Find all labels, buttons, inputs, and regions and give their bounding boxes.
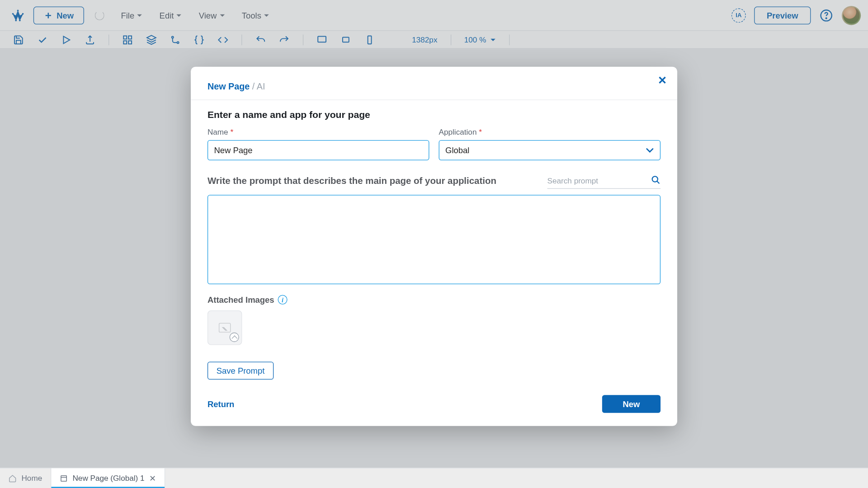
home-icon bbox=[8, 474, 16, 482]
return-link[interactable]: Return bbox=[208, 399, 235, 409]
application-select-value: Global bbox=[445, 145, 469, 155]
tab-active-label: New Page (Global) 1 bbox=[72, 474, 144, 483]
upload-arrow-icon bbox=[230, 333, 239, 342]
tab-bar: Home New Page (Global) 1 ✕ bbox=[0, 468, 868, 488]
new-page-modal: ✕ New Page / AI Enter a name and app for… bbox=[191, 67, 677, 426]
tab-close-icon[interactable]: ✕ bbox=[149, 474, 156, 483]
info-icon[interactable]: i bbox=[278, 295, 288, 305]
tab-home[interactable]: Home bbox=[0, 468, 51, 488]
breadcrumb-main[interactable]: New Page bbox=[208, 81, 250, 91]
page-icon bbox=[59, 474, 67, 482]
search-icon[interactable] bbox=[651, 175, 660, 185]
tab-active-page[interactable]: New Page (Global) 1 ✕ bbox=[51, 468, 165, 488]
search-prompt-input[interactable] bbox=[547, 174, 661, 189]
prompt-textarea[interactable] bbox=[208, 195, 660, 284]
breadcrumb-sub: / AI bbox=[252, 81, 265, 91]
modal-heading: Enter a name and app for your page bbox=[208, 110, 660, 121]
close-icon[interactable]: ✕ bbox=[658, 75, 667, 86]
modal-new-button[interactable]: New bbox=[602, 395, 660, 413]
attach-image-button[interactable] bbox=[208, 310, 242, 345]
modal-breadcrumb: New Page / AI bbox=[208, 81, 660, 91]
attached-images-label: Attached Images i bbox=[208, 295, 660, 305]
chevron-down-icon bbox=[646, 146, 654, 154]
name-label: Name * bbox=[208, 127, 429, 136]
image-placeholder-icon bbox=[219, 323, 231, 333]
svg-point-11 bbox=[652, 176, 658, 182]
application-label: Application * bbox=[439, 127, 661, 136]
modal-overlay: ✕ New Page / AI Enter a name and app for… bbox=[0, 0, 868, 488]
tab-home-label: Home bbox=[21, 474, 42, 483]
save-prompt-button[interactable]: Save Prompt bbox=[208, 361, 274, 380]
prompt-heading: Write the prompt that describes the main… bbox=[208, 176, 496, 187]
application-select[interactable]: Global bbox=[439, 140, 661, 160]
svg-rect-12 bbox=[61, 475, 66, 481]
name-input[interactable] bbox=[208, 140, 429, 160]
